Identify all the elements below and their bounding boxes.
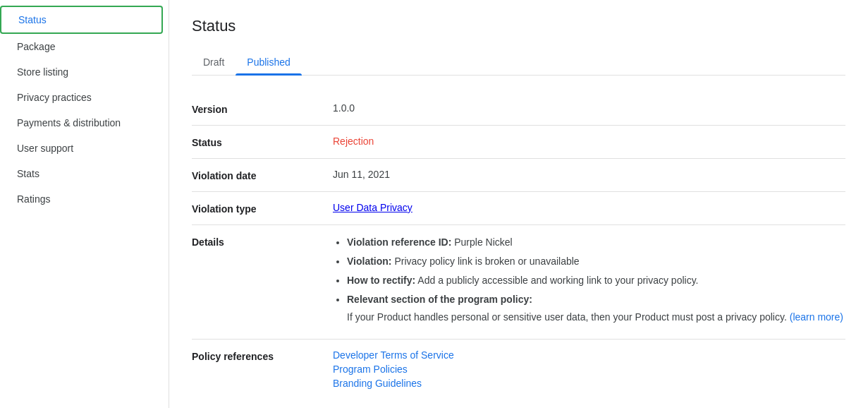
sidebar-item-user-support[interactable]: User support xyxy=(0,136,163,161)
detail-bold-3: Relevant section of the program policy: xyxy=(347,294,532,305)
detail-item-1: Violation: Privacy policy link is broken… xyxy=(347,254,845,269)
version-value: 1.0.0 xyxy=(333,102,845,114)
policy-references-value: Developer Terms of Service Program Polic… xyxy=(333,349,845,389)
sidebar-item-label: Status xyxy=(18,14,47,25)
sidebar-item-package[interactable]: Package xyxy=(0,34,163,59)
violation-date-label: Violation date xyxy=(192,169,333,181)
policy-links: Developer Terms of Service Program Polic… xyxy=(333,349,845,389)
sidebar-item-privacy-practices[interactable]: Privacy practices xyxy=(0,85,163,110)
detail-text-2: Add a publicly accessible and working li… xyxy=(417,275,698,286)
user-data-privacy-link[interactable]: User Data Privacy xyxy=(333,202,412,213)
violation-date-row: Violation date Jun 11, 2021 xyxy=(192,159,845,192)
status-row: Status Rejection xyxy=(192,126,845,159)
policy-references-row: Policy references Developer Terms of Ser… xyxy=(192,340,845,399)
tab-draft[interactable]: Draft xyxy=(192,49,236,75)
sidebar-item-label: Stats xyxy=(17,168,39,179)
status-label: Status xyxy=(192,136,333,148)
sidebar-item-label: Payments & distribution xyxy=(17,117,121,128)
detail-bold-0: Violation reference ID: xyxy=(347,236,451,248)
detail-text-0: Purple Nickel xyxy=(454,236,512,248)
detail-text-1: Privacy policy link is broken or unavail… xyxy=(394,256,579,267)
branding-guidelines-link[interactable]: Branding Guidelines xyxy=(333,378,845,389)
detail-item-3: Relevant section of the program policy: … xyxy=(347,292,845,325)
status-content-table: Version 1.0.0 Status Rejection Violation… xyxy=(192,92,845,399)
sidebar-item-payments-distribution[interactable]: Payments & distribution xyxy=(0,110,163,136)
details-value: Violation reference ID: Purple Nickel Vi… xyxy=(333,235,845,329)
violation-type-row: Violation type User Data Privacy xyxy=(192,192,845,225)
main-content: Status Draft Published Version 1.0.0 Sta… xyxy=(169,0,868,408)
violation-type-value: User Data Privacy xyxy=(333,202,845,213)
tabs-bar: Draft Published xyxy=(192,49,845,76)
sidebar-item-label: Privacy practices xyxy=(17,92,92,103)
sidebar-item-status[interactable]: Status xyxy=(0,6,163,34)
details-list: Violation reference ID: Purple Nickel Vi… xyxy=(333,235,845,325)
violation-type-label: Violation type xyxy=(192,202,333,215)
tab-published[interactable]: Published xyxy=(236,49,302,75)
detail-item-2: How to rectify: Add a publicly accessibl… xyxy=(347,273,845,288)
developer-terms-link[interactable]: Developer Terms of Service xyxy=(333,349,845,361)
version-row: Version 1.0.0 xyxy=(192,92,845,126)
detail-subtext-3: If your Product handles personal or sens… xyxy=(347,310,845,325)
version-label: Version xyxy=(192,102,333,115)
sidebar-item-stats[interactable]: Stats xyxy=(0,161,163,186)
sidebar-item-label: Ratings xyxy=(17,193,50,205)
page-title: Status xyxy=(192,17,845,35)
sidebar-item-label: User support xyxy=(17,143,73,154)
sidebar-item-label: Store listing xyxy=(17,66,68,78)
detail-item-0: Violation reference ID: Purple Nickel xyxy=(347,235,845,250)
policy-references-label: Policy references xyxy=(192,349,333,362)
sidebar-item-label: Package xyxy=(17,41,55,52)
detail-bold-2: How to rectify: xyxy=(347,275,415,286)
sidebar-item-ratings[interactable]: Ratings xyxy=(0,186,163,212)
details-label: Details xyxy=(192,235,333,248)
sidebar-item-store-listing[interactable]: Store listing xyxy=(0,59,163,85)
sidebar: Status Package Store listing Privacy pra… xyxy=(0,0,169,408)
program-policies-link[interactable]: Program Policies xyxy=(333,364,845,375)
status-value: Rejection xyxy=(333,136,845,147)
details-row: Details Violation reference ID: Purple N… xyxy=(192,225,845,340)
violation-date-value: Jun 11, 2021 xyxy=(333,169,845,180)
learn-more-link[interactable]: (learn more) xyxy=(790,311,843,323)
detail-bold-1: Violation: xyxy=(347,256,392,267)
